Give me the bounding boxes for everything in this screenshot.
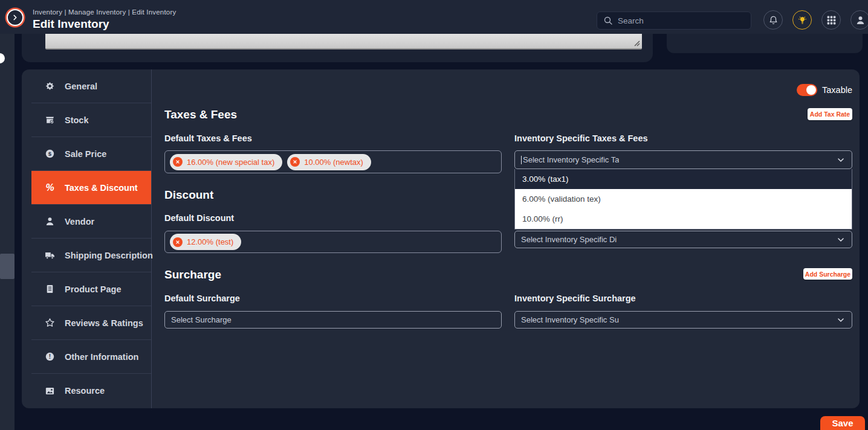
chip-label: 10.00% (newtax) [304,158,363,167]
sidebar-item-label: Resource [65,386,105,396]
default-discount-chipbox[interactable]: 12.00% (test) [164,231,502,253]
sidebar-nav: GeneralStock$Sale Price%Taxes & Discount… [31,69,152,408]
specific-discount-combobox[interactable]: Select Inventory Specific Di [514,231,852,248]
selected-rate-chip: 12.00% (test) [170,234,241,250]
star-icon [45,318,55,328]
chevron-right-icon [11,13,19,22]
search-input[interactable] [618,16,745,25]
box-icon [45,115,55,125]
page-title: Edit Inventory [33,18,109,31]
scrolled-side-card-fragment [667,34,863,53]
sidebar-item-resource[interactable]: Resource [31,374,151,408]
info-icon: ! [45,351,55,362]
specific-surcharge-combobox[interactable]: Select Inventory Specific Su [514,311,852,329]
default-surcharge-field[interactable]: Select Surcharge [164,311,502,329]
sidebar-item-label: General [65,82,97,91]
person-icon [45,216,55,226]
sidebar-item-label: Sale Price [65,149,106,159]
text-cursor [521,156,522,164]
search-icon [603,16,613,25]
truck-icon [45,250,55,260]
specific-surcharge-placeholder: Select Inventory Specific Su [521,315,619,324]
specific-taxes-combobox[interactable]: Select Inventory Specific Ta [514,150,852,169]
taxes-fees-heading: Taxes & Fees [164,108,237,121]
expand-sidebar-button[interactable] [7,9,24,26]
svg-text:%: % [45,182,54,193]
chip-label: 16.00% (new special tax) [187,158,274,167]
sidebar-item-shipping-description[interactable]: Shipping Description [31,239,151,272]
remove-chip-icon[interactable] [290,157,300,167]
lightbulb-icon [797,15,808,25]
sidebar-item-label: Stock [65,115,89,125]
sidebar-item-label: Taxes & Discount [65,183,138,193]
textarea-remnant[interactable] [45,34,642,50]
chevron-down-icon [836,315,846,325]
chevron-down-icon [836,235,846,245]
sidebar-item-reviews-ratings[interactable]: Reviews & Ratings [31,306,151,340]
scrolled-card-fragment [22,34,653,62]
sidebar-item-taxes-discount[interactable]: %Taxes & Discount [31,171,151,205]
apps-button[interactable] [821,10,841,30]
sidebar-item-sale-price[interactable]: $Sale Price [31,137,151,171]
selected-rate-chip: 10.00% (newtax) [287,154,371,170]
resize-grip-icon[interactable] [632,39,640,47]
svg-text:$: $ [48,150,52,157]
sidebar-item-label: Reviews & Ratings [65,318,143,328]
sidebar-item-vendor[interactable]: Vendor [31,205,151,239]
toggle-knob [806,85,816,95]
dropdown-option[interactable]: 3.00% (tax1) [515,169,852,189]
collapsed-nav-rail [0,0,15,430]
document-icon [45,284,55,294]
remove-chip-icon[interactable] [173,237,183,247]
default-surcharge-placeholder: Select Surcharge [171,315,232,324]
breadcrumb: Inventory | Manage Inventory | Edit Inve… [33,8,176,16]
remove-chip-icon[interactable] [173,157,183,167]
default-taxes-label: Default Taxes & Fees [164,133,252,143]
edit-inventory-card: GeneralStock$Sale Price%Taxes & Discount… [22,69,860,408]
notifications-button[interactable] [763,10,783,30]
save-button[interactable]: Save [820,416,865,430]
specific-taxes-placeholder: Select Inventory Specific Ta [523,155,619,164]
dollar-icon: $ [45,149,55,159]
sidebar-item-label: Vendor [65,217,94,226]
rail-scrollbar-thumb[interactable] [0,254,15,279]
sidebar-item-product-page[interactable]: Product Page [31,272,151,306]
dropdown-option[interactable]: 10.00% (rr) [515,209,852,229]
bell-icon [768,15,779,25]
taxable-toggle[interactable] [797,84,817,96]
percent-icon: % [45,182,55,193]
user-icon [855,15,866,25]
sidebar-item-label: Product Page [65,284,121,294]
edit-inventory-page: Inventory | Manage Inventory | Edit Inve… [0,0,868,430]
default-discount-label: Default Discount [164,213,234,223]
specific-surcharge-label: Inventory Specific Surcharge [514,294,636,303]
global-search[interactable] [597,11,751,30]
taxable-label: Taxable [822,85,852,95]
top-header: Inventory | Manage Inventory | Edit Inve… [0,0,868,34]
sidebar-item-label: Other Information [65,352,138,362]
apps-grid-icon [826,15,837,25]
tips-button[interactable] [792,10,812,30]
sidebar-item-stock[interactable]: Stock [31,103,151,137]
chip-label: 12.00% (test) [187,237,233,246]
chevron-down-icon [836,155,846,165]
image-icon [45,386,55,396]
sidebar-item-other-information[interactable]: !Other Information [31,340,151,374]
svg-text:!: ! [49,353,51,360]
dropdown-option[interactable]: 6.00% (validation tex) [515,189,852,209]
specific-discount-placeholder: Select Inventory Specific Di [521,235,617,244]
sidebar-item-label: Shipping Description [65,251,153,260]
surcharge-heading: Surcharge [164,268,221,281]
sidebar-item-general[interactable]: General [31,69,151,103]
default-taxes-chipbox[interactable]: 16.00% (new special tax)10.00% (newtax) [164,150,502,173]
selected-rate-chip: 16.00% (new special tax) [170,154,282,170]
add-tax-rate-button[interactable]: Add Tax Rate [808,108,852,120]
gear-icon [45,81,55,91]
add-surcharge-button[interactable]: Add Surcharge [803,268,852,280]
taxes-dropdown-list: 3.00% (tax1)6.00% (validation tex)10.00%… [514,169,852,229]
specific-taxes-label: Inventory Specific Taxes & Fees [514,133,648,143]
profile-button[interactable] [850,10,868,30]
default-surcharge-label: Default Surcharge [164,294,240,303]
discount-heading: Discount [164,188,213,202]
